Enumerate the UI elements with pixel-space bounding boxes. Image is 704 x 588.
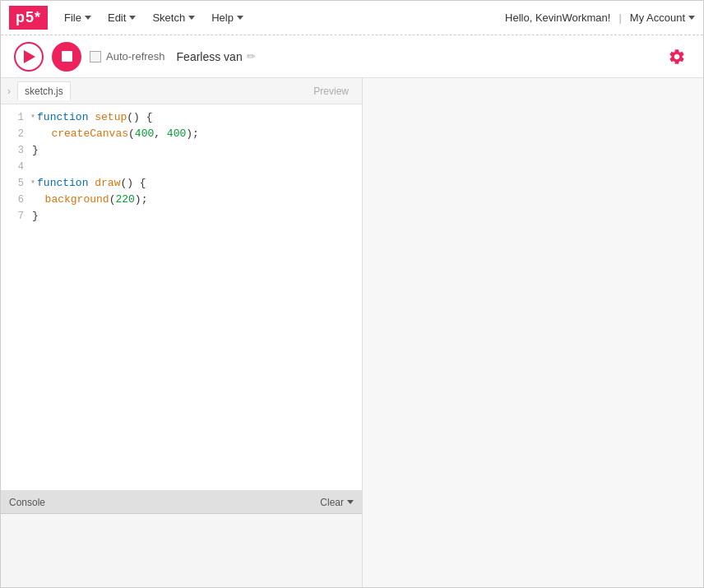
sketch-file-label: sketch.js: [25, 86, 63, 97]
nav-sketch-chevron: [188, 16, 195, 20]
code-content: }: [32, 210, 39, 222]
play-button[interactable]: [14, 42, 44, 72]
settings-button[interactable]: [664, 44, 690, 70]
toolbar: Auto-refresh Fearless van ✏: [1, 35, 703, 78]
nav-menu: File Edit Sketch Help: [58, 8, 505, 27]
greeting-text: Hello, KevinWorkman!: [505, 12, 610, 24]
file-tabs: › sketch.js Preview: [1, 78, 362, 104]
line-number: 5: [4, 177, 24, 189]
nav-file[interactable]: File: [58, 8, 98, 27]
code-line: 2 createCanvas(400, 400);: [1, 127, 362, 144]
line-number: 4: [4, 160, 24, 173]
clear-chevron-icon: [347, 500, 354, 504]
code-content: function draw() {: [37, 177, 146, 189]
fold-arrow-icon[interactable]: ▾: [30, 177, 35, 187]
code-line: 5▾function draw() {: [1, 177, 362, 193]
line-number: 2: [4, 127, 24, 140]
editor-area: › sketch.js Preview 1▾function setup() {…: [1, 78, 703, 588]
code-line: 1▾function setup() {: [1, 111, 362, 127]
nav-sketch[interactable]: Sketch: [146, 8, 201, 27]
nav-sketch-label: Sketch: [152, 12, 185, 24]
code-line: 3}: [1, 144, 362, 160]
code-content: }: [32, 144, 39, 156]
console-header: Console Clear: [1, 491, 362, 514]
nav-edit[interactable]: Edit: [101, 8, 142, 27]
clear-label: Clear: [320, 497, 344, 508]
code-content: background(220);: [32, 193, 147, 206]
preview-label: Preview: [313, 86, 355, 97]
stop-button[interactable]: [52, 42, 81, 72]
p5-logo: p5*: [9, 6, 48, 30]
play-icon: [24, 50, 35, 63]
line-number: 6: [4, 193, 24, 206]
gear-icon: [668, 48, 686, 66]
sketch-file-tab[interactable]: sketch.js: [17, 81, 71, 100]
code-line: 4: [1, 160, 362, 177]
sketch-name-text: Fearless van: [177, 50, 243, 63]
sketch-name-area[interactable]: Fearless van ✏: [177, 50, 256, 63]
nav-help-chevron: [237, 16, 243, 20]
console-panel: Console Clear: [1, 490, 362, 588]
clear-button[interactable]: Clear: [320, 497, 354, 508]
line-number: 1: [4, 111, 24, 123]
auto-refresh-area: Auto-refresh: [90, 50, 165, 63]
expand-icon[interactable]: ›: [7, 86, 11, 97]
code-line: 7}: [1, 210, 362, 226]
nav-edit-chevron: [129, 16, 136, 20]
nav-edit-label: Edit: [108, 12, 126, 24]
preview-panel: [363, 78, 703, 588]
nav-help[interactable]: Help: [205, 8, 250, 27]
stop-icon: [62, 51, 72, 62]
line-number: 7: [4, 210, 24, 222]
my-account-button[interactable]: My Account: [630, 12, 695, 24]
line-number: 3: [4, 144, 24, 156]
nav-right: Hello, KevinWorkman! | My Account: [505, 12, 695, 24]
pencil-icon: ✏: [247, 50, 256, 63]
left-panel: › sketch.js Preview 1▾function setup() {…: [1, 78, 363, 588]
code-editor[interactable]: 1▾function setup() {2 createCanvas(400, …: [1, 104, 362, 490]
fold-arrow-icon[interactable]: ▾: [30, 111, 35, 121]
nav-divider: |: [618, 12, 621, 24]
nav-help-label: Help: [211, 12, 234, 24]
auto-refresh-label: Auto-refresh: [106, 50, 165, 63]
console-title: Console: [9, 497, 45, 508]
console-body: [1, 514, 362, 588]
my-account-label: My Account: [630, 12, 685, 24]
my-account-chevron: [688, 16, 695, 20]
auto-refresh-checkbox[interactable]: [90, 51, 101, 63]
nav-file-label: File: [64, 12, 81, 24]
logo-text: p5*: [16, 9, 41, 25]
code-content: createCanvas(400, 400);: [32, 127, 199, 140]
nav-file-chevron: [85, 16, 91, 20]
code-content: function setup() {: [37, 111, 152, 123]
navbar: p5* File Edit Sketch Help Hello, KevinWo…: [1, 1, 703, 35]
code-line: 6 background(220);: [1, 193, 362, 210]
